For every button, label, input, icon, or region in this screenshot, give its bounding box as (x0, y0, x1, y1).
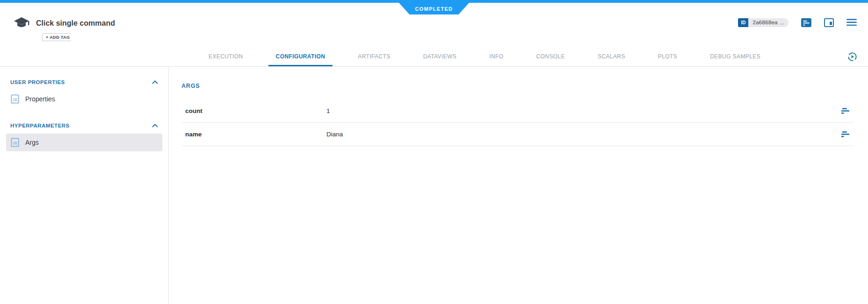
experiment-id-badge[interactable]: ID 2a6868ea ... (738, 18, 788, 27)
tab-bar: EXECUTIONCONFIGURATIONARTIFACTSDATAVIEWS… (0, 47, 868, 67)
parameters-table: count1nameDiana (181, 99, 854, 146)
add-tag-label: + ADD TAG (46, 35, 70, 40)
add-tag-button[interactable]: + ADD TAG (42, 33, 71, 41)
tab-console[interactable]: CONSOLE (529, 47, 572, 66)
tab-debug-samples[interactable]: DEBUG SAMPLES (702, 47, 768, 66)
split-view-icon[interactable] (824, 18, 834, 27)
sidebar-section-hyperparameters: HYPERPARAMETERSArgs (0, 119, 168, 151)
sidebar-item-properties[interactable]: Properties (6, 90, 162, 108)
param-name: name (185, 131, 326, 138)
section-heading: ARGS (181, 83, 854, 89)
document-icon (11, 94, 19, 104)
tab-artifacts[interactable]: ARTIFACTS (350, 47, 398, 66)
tab-configuration[interactable]: CONFIGURATION (268, 47, 333, 66)
sidebar-section-title: HYPERPARAMETERS (10, 123, 70, 128)
id-badge-value: 2a6868ea ... (748, 18, 788, 27)
param-value: Diana (326, 131, 841, 138)
sidebar-item-label: Args (25, 139, 39, 146)
text-lines-icon[interactable] (841, 108, 850, 114)
main-content: ARGS count1nameDiana (169, 67, 868, 304)
sidebar-section-user-properties: USER PROPERTIESProperties (0, 76, 168, 108)
param-name: count (185, 107, 326, 114)
tabs-container: EXECUTIONCONFIGURATIONARTIFACTSDATAVIEWS… (201, 47, 768, 66)
tab-plots[interactable]: PLOTS (651, 47, 685, 66)
sidebar-section-header-user-properties: USER PROPERTIES (0, 76, 168, 89)
menu-icon[interactable] (846, 19, 857, 26)
status-badge: COMPLETED (399, 3, 469, 14)
chevron-up-icon[interactable] (152, 124, 158, 127)
chevron-up-icon[interactable] (152, 80, 158, 84)
param-value: 1 (326, 107, 841, 114)
auto-refresh-icon[interactable] (847, 51, 858, 64)
tab-scalars[interactable]: SCALARS (590, 47, 633, 66)
sidebar-item-args[interactable]: Args (6, 134, 162, 151)
tab-execution[interactable]: EXECUTION (201, 47, 251, 66)
param-row-count: count1 (181, 99, 854, 123)
document-icon (11, 138, 19, 147)
text-lines-icon[interactable] (841, 131, 850, 138)
sidebar-item-label: Properties (25, 95, 55, 103)
status-badge-label: COMPLETED (415, 6, 453, 12)
tab-dataviews[interactable]: DATAVIEWS (416, 47, 464, 66)
id-badge-label: ID (738, 18, 748, 27)
sidebar-section-header-hyperparameters: HYPERPARAMETERS (0, 119, 168, 132)
tab-info[interactable]: INFO (482, 47, 511, 66)
sidebar-section-title: USER PROPERTIES (10, 79, 65, 85)
config-sidebar: USER PROPERTIESPropertiesHYPERPARAMETERS… (0, 67, 169, 304)
param-row-name: nameDiana (181, 123, 854, 146)
experiment-type-icon (13, 16, 30, 33)
page-title: Click single command (36, 16, 115, 30)
notes-icon[interactable] (801, 18, 811, 27)
